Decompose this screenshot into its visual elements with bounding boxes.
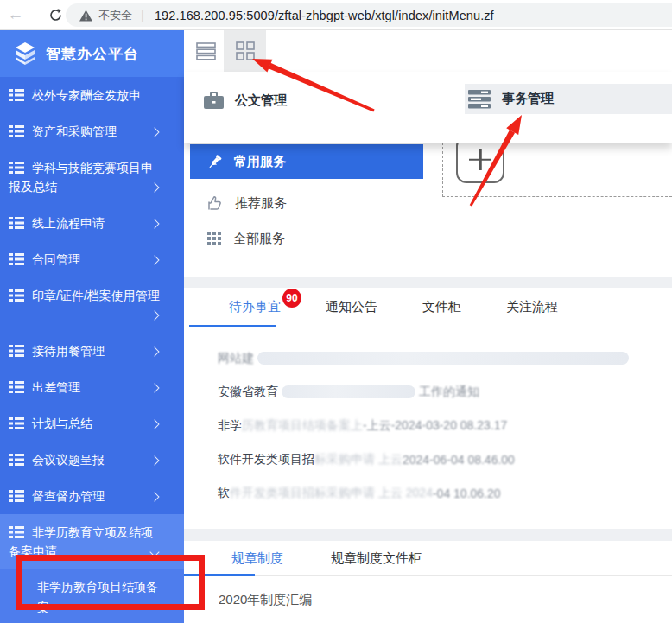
address-separator: | [141,8,144,22]
rules-panel: 规章制度规章制度文件柜 2020年制度汇编 [184,541,672,623]
content-topbar [184,30,672,72]
rules-tabs: 规章制度规章制度文件柜 [184,541,672,576]
app-title: 智慧办公平台 [46,44,139,64]
briefcase-icon [204,92,224,110]
address-bar[interactable]: 不安全 | 192.168.200.95:5009/zftal-zhbgpt-w… [66,3,672,27]
browser-reload-button[interactable] [45,4,66,25]
todo-row-text: 网站建 [218,351,254,366]
list-grid-icon [9,162,24,174]
switcher-item-label: 事务管理 [502,91,554,107]
todo-row-2[interactable]: 非学历教育项目结项备案上-上云-2024-03-20 08.23.17 [184,409,672,442]
app-switcher-button[interactable] [224,30,266,72]
chevron-right-icon [149,455,159,465]
sidebar-item-label: 线上流程申请 [32,216,105,230]
list-grid-icon [9,89,24,101]
tab-1[interactable]: 通知公告 [326,299,377,315]
todo-row-text: 件开发类项目招标采购申请 上云 2024 [230,486,433,501]
sidebar-item-label: 督查督办管理 [32,489,105,503]
switcher-item-label: 公文管理 [235,92,287,109]
sidebar-item-label: 资产和采购管理 [32,124,117,138]
active-tab-underline [189,325,276,327]
hamburger-icon [196,42,217,60]
not-secure-label: 不安全 [98,8,132,23]
tab-3[interactable]: 关注流程 [506,299,558,315]
list-grid-icon [9,490,24,502]
browser-back-button[interactable]: ← [5,4,26,25]
pin-icon [207,155,222,169]
chevron-right-icon [149,346,159,356]
todo-row-text: 非学 [218,418,242,434]
todo-row-text: 软件开发类项目招 [218,452,314,467]
todo-row-text: 历教育项目结项备案上 [242,418,363,434]
page-url: 192.168.200.95:5009/zftal-zhbgpt-web/xtg… [155,9,494,22]
sidebar-item-6[interactable]: 接待用餐管理 [0,333,184,369]
list-grid-icon [9,125,24,137]
sidebar-item-label: 非学历教育立项及结项备案申请 [9,525,153,558]
sidebar: 智慧办公平台 校外专家酬金发放申资产和采购管理学科与技能竞赛项目申报及总结线上流… [0,30,184,623]
sidebar-item-3[interactable]: 线上流程申请 [0,205,184,241]
sidebar-item-8[interactable]: 计划与总结 [0,405,184,442]
todo-count-badge: 90 [282,289,301,308]
service-tab-label: 全部服务 [233,231,285,247]
service-tab-all[interactable]: 全部服务 [190,221,423,256]
service-tab-label: 推荐服务 [235,195,287,212]
sidebar-item-label: 计划与总结 [32,416,92,430]
todo-row-text: 安徽省教育 [218,385,278,400]
app-logo-bar: 智慧办公平台 [0,30,184,77]
list-grid-icon [9,417,24,429]
thumb-up-icon [207,195,223,211]
service-tab-common[interactable]: 常用服务 [190,144,423,179]
todo-row-3[interactable]: 软件开发类项目招标采购申请 上云2024-06-04 08.46.00 [184,442,672,476]
todo-row-0[interactable]: 网站建 [184,341,672,375]
sidebar-item-4[interactable]: 合同管理 [0,241,184,277]
sidebar-item-label: 印章/证件/档案使用管理 [32,289,160,302]
sidebar-subitem-project-closure-filing[interactable]: 非学历教育项目结项备案 [0,569,184,623]
sidebar-item-label: 校外专家酬金发放申 [32,88,141,102]
browser-toolbar: ← 不安全 | 192.168.200.95:5009/zftal-zhbgpt… [0,0,672,30]
chevron-right-icon [149,182,159,192]
sidebar-item-11[interactable]: 非学历教育立项及结项备案申请 [0,514,184,569]
sidebar-expanded-group: 非学历教育立项及结项备案申请非学历教育项目结项备案 [0,514,184,623]
chevron-right-icon [149,492,159,501]
sidebar-item-2[interactable]: 学科与技能竞赛项目申报及总结 [0,149,184,205]
server-stack-icon [468,90,491,109]
todo-row-4[interactable]: 软件开发类项目招标采购申请 上云 2024-04 10.06.20 [184,476,672,510]
todo-panel: 待办事宜90通知公告文件柜关注流程 网站建安徽省教育工作的通知非学历教育项目结项… [184,288,672,529]
url-path: :5009/zftal-zhbgpt-web/xtgl/index/initMe… [243,9,494,22]
collapse-menu-button[interactable] [189,30,224,72]
rules-list-item[interactable]: 2020年制度汇编 [184,576,672,608]
app-logo-icon [14,41,36,66]
list-grid-icon [9,526,24,538]
list-grid-icon [9,289,24,302]
sidebar-item-10[interactable]: 督查督办管理 [0,478,184,514]
smart-office-portal-page: ← 不安全 | 192.168.200.95:5009/zftal-zhbgpt… [0,0,672,623]
chevron-right-icon [149,419,159,429]
tab-2[interactable]: 文件柜 [422,299,461,315]
sidebar-item-label: 合同管理 [32,252,80,266]
chevron-right-icon [149,310,159,320]
grid-icon [236,41,255,60]
sidebar-menu: 校外专家酬金发放申资产和采购管理学科与技能竞赛项目申报及总结线上流程申请合同管理… [0,77,184,623]
chevron-down-icon [149,547,159,556]
list-grid-icon [9,345,24,357]
rules-tab-1[interactable]: 规章制度文件柜 [331,550,422,567]
switcher-item-document-management[interactable]: 公文管理 [204,86,287,116]
service-tab-recommended[interactable]: 推荐服务 [190,186,423,220]
sidebar-item-5[interactable]: 印章/证件/档案使用管理 [0,277,184,333]
active-tab-underline [184,574,255,576]
sidebar-item-0[interactable]: 校外专家酬金发放申 [0,77,184,113]
todo-row-1[interactable]: 安徽省教育工作的通知 [184,375,672,409]
sidebar-item-7[interactable]: 出差管理 [0,369,184,405]
url-host: 192.168.200.95 [155,9,243,22]
sidebar-item-9[interactable]: 会议议题呈报 [0,442,184,478]
sidebar-item-1[interactable]: 资产和采购管理 [0,113,184,149]
reload-icon [48,8,63,22]
sidebar-item-label: 学科与技能竞赛项目申报及总结 [9,161,153,194]
main-content: 常用服务 推荐服务 全部服务 [184,30,672,623]
redacted-text [282,385,415,398]
todo-row-text: 2024-06-04 08.46.00 [403,453,515,467]
switcher-item-affairs-management[interactable]: 事务管理 [465,84,672,114]
tab-0[interactable]: 待办事宜90 [229,299,281,315]
rules-tab-0[interactable]: 规章制度 [231,550,283,567]
sidebar-item-label: 接待用餐管理 [32,344,105,358]
